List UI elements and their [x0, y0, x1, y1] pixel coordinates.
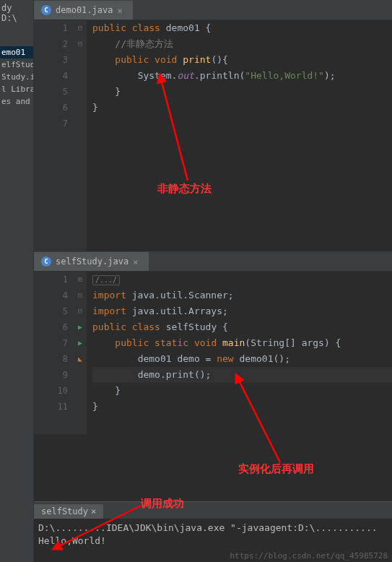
project-sidebar: dy D:\ emo01 elfStudy Study.im l Librari…: [0, 0, 34, 562]
fold-gutter-mid: ⊞⊟⊟ ▶▶ ◣: [74, 272, 87, 434]
fold-gutter: ⊟⊟: [74, 20, 87, 251]
main-area: C demo01.java × 1 2 3 4 5 6 7 ⊟⊟ public …: [34, 0, 392, 562]
code-top[interactable]: public class demo01 { //非静态方法 public voi…: [87, 20, 392, 251]
close-icon[interactable]: ×: [91, 506, 96, 516]
editor-top[interactable]: 1 2 3 4 5 6 7 ⊟⊟ public class demo01 { /…: [34, 20, 392, 251]
console-tab-bar: selfStudy ×: [34, 501, 392, 519]
close-icon[interactable]: ×: [133, 257, 141, 266]
sidebar-item-demo01[interactable]: emo01: [0, 46, 33, 59]
sidebar-item-iml[interactable]: Study.im: [0, 71, 33, 83]
tab-demo01[interactable]: C demo01.java ×: [34, 1, 133, 20]
tab-label: selfStudy.java: [56, 256, 129, 267]
tab-selfstudy[interactable]: C selfStudy.java ×: [34, 252, 149, 271]
sidebar-item-libraries[interactable]: l Librari: [0, 83, 33, 95]
sidebar-item-selfstudy[interactable]: elfStudy: [0, 59, 33, 71]
console-line: Hello,World!: [38, 535, 388, 548]
class-icon: C: [41, 256, 51, 267]
tab-bar-top: C demo01.java ×: [34, 0, 392, 20]
console-output[interactable]: D:\.........IDEA\JDK\bin\java.exe "-java…: [34, 519, 392, 550]
tab-label: demo01.java: [56, 5, 113, 15]
breadcrumb: dy D:\: [0, 0, 33, 26]
editor-mid[interactable]: 1 4 5 6 7 8 9 10 11 ⊞⊟⊟ ▶▶ ◣ /.../import…: [34, 272, 392, 434]
gutter-top: 1 2 3 4 5 6 7: [34, 20, 74, 251]
code-mid[interactable]: /.../import java.util.Scanner;import jav…: [87, 272, 392, 434]
tab-bar-mid: C selfStudy.java ×: [34, 251, 392, 272]
close-icon[interactable]: ×: [117, 6, 126, 14]
gutter-mid: 1 4 5 6 7 8 9 10 11: [34, 272, 74, 434]
class-icon: C: [41, 5, 51, 15]
console-line: D:\.........IDEA\JDK\bin\java.exe "-java…: [38, 522, 388, 535]
console-tab-label: selfStudy: [41, 506, 88, 516]
sidebar-item-scratches[interactable]: es and C: [0, 95, 33, 108]
console-tab[interactable]: selfStudy ×: [34, 504, 103, 519]
watermark: https://blog.csdn.net/qq_45985728: [230, 551, 388, 561]
